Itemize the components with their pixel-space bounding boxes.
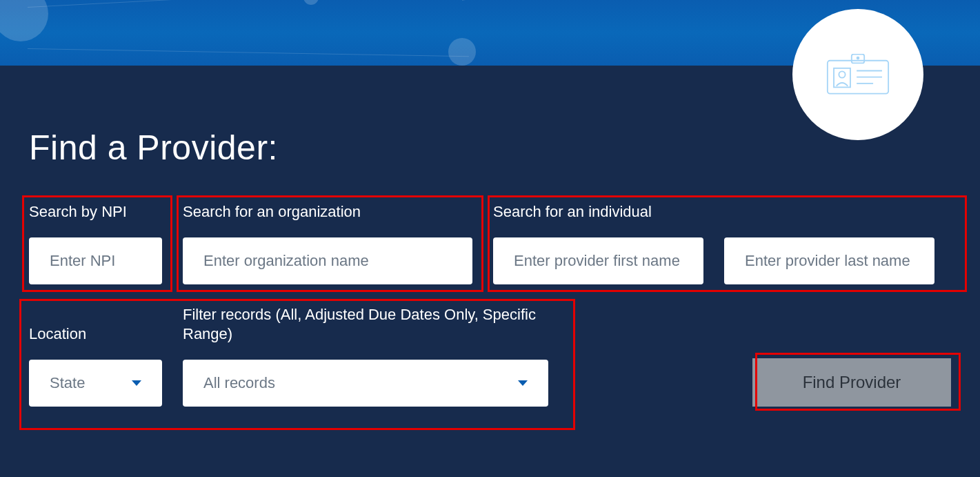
first-name-input[interactable] xyxy=(493,237,703,284)
state-select[interactable]: State xyxy=(29,360,162,407)
chevron-down-icon xyxy=(132,380,141,386)
find-provider-button[interactable]: Find Provider xyxy=(752,358,951,407)
label-npi: Search by NPI xyxy=(29,202,162,222)
last-name-input[interactable] xyxy=(724,237,934,284)
state-select-value: State xyxy=(50,374,123,392)
organization-input[interactable] xyxy=(183,237,472,284)
filter-select-value: All records xyxy=(203,374,510,392)
label-organization: Search for an organization xyxy=(183,202,472,222)
svg-point-2 xyxy=(857,57,860,60)
npi-input[interactable] xyxy=(29,237,162,284)
search-form: Search by NPI Search for an organization… xyxy=(29,202,951,407)
id-badge-circle xyxy=(792,9,923,140)
search-panel: Find a Provider: Search by NPI Search fo… xyxy=(0,66,980,477)
id-badge-icon xyxy=(826,54,890,95)
label-filter: Filter records (All, Adjusted Due Dates … xyxy=(183,305,548,344)
chevron-down-icon xyxy=(518,380,528,386)
svg-point-4 xyxy=(839,71,845,77)
filter-select[interactable]: All records xyxy=(183,360,548,407)
label-location: Location xyxy=(29,324,162,344)
label-individual: Search for an individual xyxy=(493,202,934,222)
